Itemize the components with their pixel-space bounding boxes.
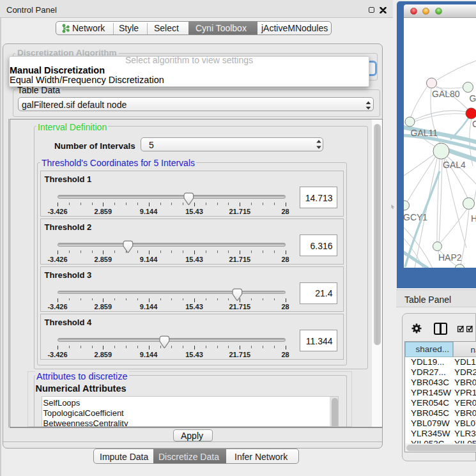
svg-text:HA: HA (471, 213, 476, 224)
svg-text:GA: GA (469, 93, 476, 104)
svg-text:GAL11: GAL11 (410, 128, 438, 138)
svg-text:GAL80: GAL80 (432, 89, 460, 99)
svg-text:GCY1: GCY1 (404, 212, 427, 222)
svg-text:GAL4: GAL4 (443, 160, 466, 170)
svg-text:HAP2: HAP2 (438, 252, 462, 262)
svg-text:CB: CB (472, 119, 476, 129)
